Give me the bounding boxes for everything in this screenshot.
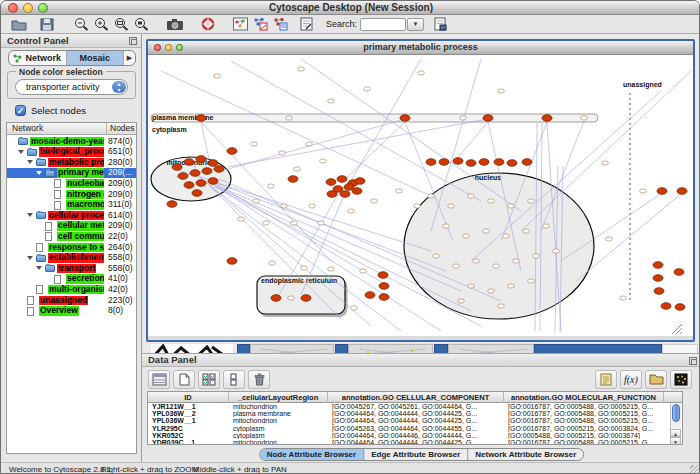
network-node-selected[interactable]: [208, 160, 218, 167]
tab-edge-attribute-browser[interactable]: Edge Attribute Browser: [364, 449, 468, 460]
network-node[interactable]: [348, 209, 355, 213]
network-node-selected[interactable]: [196, 156, 206, 163]
network-node-selected[interactable]: [466, 160, 476, 167]
network-node[interactable]: [543, 224, 550, 228]
network-node[interactable]: [306, 142, 313, 146]
network-node[interactable]: [263, 221, 270, 225]
tab-network[interactable]: Network: [9, 51, 67, 65]
save-session-icon[interactable]: [37, 16, 57, 33]
network-node[interactable]: [328, 99, 335, 103]
network-node[interactable]: [269, 261, 276, 265]
annotation-icon[interactable]: [296, 16, 316, 33]
network-node[interactable]: [498, 304, 505, 308]
tree-row-overview[interactable]: Overview8(0): [7, 306, 136, 317]
network-node-selected[interactable]: [653, 275, 663, 282]
network-node[interactable]: [606, 237, 613, 241]
network-node-selected[interactable]: [337, 176, 347, 183]
network-node[interactable]: [251, 142, 258, 146]
network-node-selected[interactable]: [227, 148, 237, 155]
zoom-in-icon[interactable]: [91, 16, 111, 33]
network-node[interactable]: [488, 289, 495, 293]
network-node-selected[interactable]: [352, 188, 362, 195]
table-row[interactable]: YJR121W__1mitochondrion[GO:0045267, GO:0…: [148, 403, 682, 410]
network-node[interactable]: [528, 199, 535, 203]
network-node-selected[interactable]: [453, 158, 463, 165]
network-node[interactable]: [493, 264, 500, 268]
snapshot-icon[interactable]: [165, 16, 185, 33]
network-node-selected[interactable]: [439, 159, 449, 166]
network-node[interactable]: [513, 259, 520, 263]
network-node-selected[interactable]: [340, 191, 350, 198]
network-node[interactable]: [279, 151, 286, 155]
network-node[interactable]: [428, 194, 435, 198]
network-node-selected[interactable]: [178, 173, 188, 180]
network-node-selected[interactable]: [301, 295, 311, 302]
expand-arrow-icon[interactable]: [36, 266, 42, 270]
network-node[interactable]: [458, 299, 465, 303]
table-row[interactable]: YPL036W__2plasma membrane[GO:0044464, GO…: [148, 410, 682, 417]
tree-row-primary-metabo[interactable]: primary metabo209(...: [7, 168, 136, 179]
network-node[interactable]: [483, 229, 490, 233]
tree-row-secretion[interactable]: secretion41(0): [7, 274, 136, 285]
attribute-table-icon[interactable]: [148, 370, 170, 389]
network-node-selected[interactable]: [657, 188, 667, 195]
tree-row-biological-process[interactable]: biological_process651(0): [7, 147, 136, 158]
network-node-selected[interactable]: [355, 178, 365, 185]
tree-row-unassigned[interactable]: unassigned223(0): [7, 295, 136, 306]
network-window-titlebar[interactable]: primary metabolic process: [148, 41, 693, 55]
column-header[interactable]: ID: [148, 392, 229, 403]
network-node-selected[interactable]: [227, 258, 237, 265]
network-node-selected[interactable]: [288, 176, 298, 183]
expand-arrow-icon[interactable]: [27, 256, 33, 260]
network-view-window[interactable]: primary metabolic process plasma membran…: [146, 39, 695, 342]
scroll-up-icon[interactable]: ▲: [670, 429, 681, 437]
zoom-selected-icon[interactable]: [131, 16, 151, 33]
select-nodes-checkbox[interactable]: ✓: [15, 105, 26, 116]
network-node[interactable]: [268, 184, 275, 188]
network-node[interactable]: [288, 296, 295, 300]
table-row[interactable]: YDR039C__1mitochondrion[GO:0044464, GO:0…: [148, 439, 682, 445]
tree-row-cellular-process[interactable]: cellular process614(0): [7, 210, 136, 221]
expand-arrow-icon[interactable]: [27, 160, 33, 164]
column-header[interactable]: annotation.GO MOLECULAR_FUNCTION: [504, 392, 664, 403]
network-node[interactable]: [640, 189, 647, 193]
network-node[interactable]: [533, 254, 540, 258]
network-node[interactable]: [318, 221, 325, 225]
network-node[interactable]: [360, 269, 367, 273]
network-node[interactable]: [460, 116, 467, 120]
table-scrollbar[interactable]: ▲ ▼: [670, 403, 681, 445]
network-node[interactable]: [468, 284, 475, 288]
network-node-selected[interactable]: [675, 304, 685, 311]
tree-row-response-to-stimulu[interactable]: response to stimulu264(0): [7, 242, 136, 253]
network-node-selected[interactable]: [271, 295, 281, 302]
tab-network-attribute-browser[interactable]: Network Attribute Browser: [468, 449, 583, 460]
tab-overflow-icon[interactable]: ▶: [124, 51, 135, 65]
network-node[interactable]: [443, 224, 450, 228]
network-node-selected[interactable]: [326, 179, 336, 186]
network-node-selected[interactable]: [674, 269, 684, 276]
tree-row-nitrogen-compo[interactable]: nitrogen compo209(0): [7, 189, 136, 200]
table-row[interactable]: YLR295Ccytoplasm[GO:0045263, GO:0044464,…: [148, 425, 682, 432]
network-node[interactable]: [528, 279, 535, 283]
import-attributes-icon[interactable]: [645, 370, 667, 389]
search-options-icon[interactable]: [430, 16, 450, 33]
scrollbar-thumb[interactable]: [672, 404, 680, 422]
network-node-selected[interactable]: [426, 159, 436, 166]
network-node[interactable]: [433, 254, 440, 258]
network-node-selected[interactable]: [494, 159, 504, 166]
expand-arrow-icon[interactable]: [18, 150, 24, 154]
network-node-selected[interactable]: [661, 303, 671, 310]
network-node[interactable]: [498, 89, 505, 93]
network-node[interactable]: [503, 234, 510, 238]
network-node[interactable]: [371, 199, 378, 203]
network-node[interactable]: [553, 249, 560, 253]
network-node[interactable]: [620, 296, 627, 300]
tree-row-multi-organism-pro[interactable]: multi-organism pro42(0): [7, 284, 136, 295]
network-node-selected[interactable]: [654, 288, 664, 295]
network-node[interactable]: [418, 71, 425, 75]
network-node-selected[interactable]: [196, 180, 206, 187]
network-node[interactable]: [253, 199, 260, 203]
column-header[interactable]: annotation.GO CELLULAR_COMPONENT: [328, 392, 504, 403]
network-node-selected[interactable]: [378, 272, 388, 279]
network-node[interactable]: [488, 199, 495, 203]
